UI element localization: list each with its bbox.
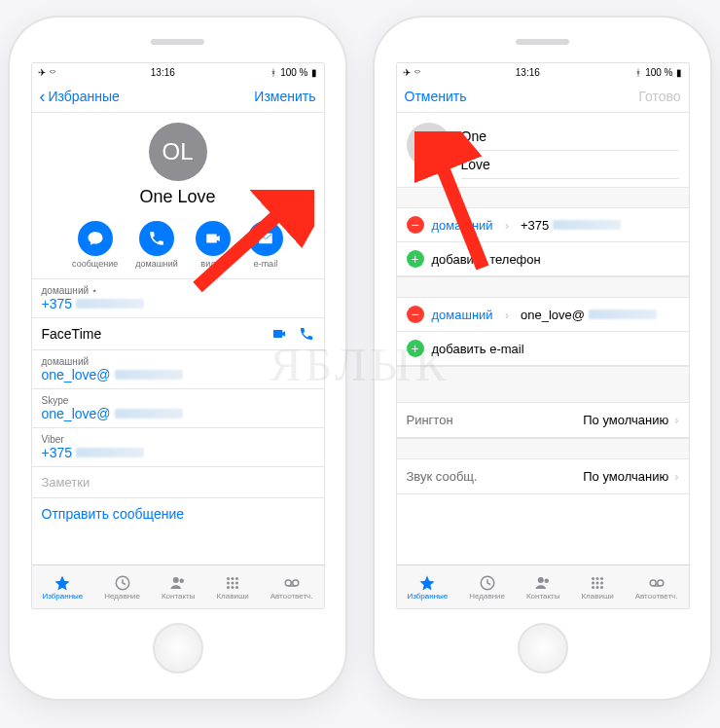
- cancel-button[interactable]: Отменить: [405, 89, 467, 104]
- tab-keypad[interactable]: Клавиши: [216, 574, 248, 601]
- status-time: 13:16: [151, 67, 175, 78]
- add-email-icon: +: [407, 340, 424, 357]
- phone-edit-row[interactable]: − домашний › +375: [397, 208, 689, 242]
- home-button[interactable]: [153, 623, 203, 673]
- speaker-slot: [516, 39, 569, 45]
- star-icon: [53, 574, 72, 592]
- redacted: [76, 448, 144, 457]
- svg-point-13: [292, 580, 298, 586]
- svg-point-19: [592, 577, 594, 580]
- svg-point-23: [596, 581, 599, 584]
- message-icon: [87, 230, 104, 247]
- svg-point-28: [650, 580, 656, 586]
- back-button[interactable]: ‹ Избранные: [40, 89, 120, 104]
- svg-point-20: [596, 577, 599, 580]
- facetime-audio-icon[interactable]: [299, 326, 314, 342]
- airplane-icon: ✈: [403, 67, 411, 78]
- tab-favorites[interactable]: Избранные: [42, 574, 83, 601]
- section-gap: [397, 366, 689, 403]
- add-email-row[interactable]: + добавить e-mail: [397, 332, 689, 366]
- email-edit-row[interactable]: − домашний › one_love@: [397, 298, 689, 332]
- email-block[interactable]: домашний one_love@: [32, 350, 324, 389]
- tab-voicemail[interactable]: Автоответч.: [270, 574, 313, 601]
- add-phone-row[interactable]: + добавить телефон: [397, 242, 689, 276]
- battery-text: 100 %: [280, 67, 307, 78]
- svg-point-8: [235, 581, 238, 584]
- svg-point-12: [285, 580, 291, 586]
- back-label: Избранные: [49, 89, 120, 104]
- keypad-icon: [223, 574, 242, 592]
- done-button[interactable]: Готово: [638, 89, 680, 104]
- video-icon: [204, 230, 222, 247]
- add-photo-button[interactable]: фото: [407, 123, 451, 167]
- tab-recents[interactable]: Недавние: [469, 574, 505, 601]
- clock-icon: [113, 574, 132, 592]
- svg-point-3: [227, 577, 230, 580]
- email-label-picker[interactable]: домашний: [432, 308, 493, 322]
- tab-voicemail[interactable]: Автоответч.: [635, 574, 678, 601]
- notes-field[interactable]: Заметки: [32, 467, 324, 498]
- video-button[interactable]: видео: [196, 221, 231, 269]
- section-gap: [397, 438, 689, 459]
- svg-point-1: [173, 577, 179, 583]
- screen-contact-card: ✈ ⌔ 13:16 ᚼ 100 % ▮ ‹ Избранные Изменить…: [31, 62, 325, 609]
- iphone-right: ✈ ⌔ 13:16 ᚼ 100 % ▮ Отменить Готово фото: [375, 18, 710, 699]
- svg-point-22: [592, 581, 594, 584]
- svg-point-27: [600, 586, 603, 589]
- tab-keypad[interactable]: Клавиши: [581, 574, 613, 601]
- status-time: 13:16: [516, 67, 540, 78]
- tab-contacts[interactable]: Контакты: [526, 574, 560, 601]
- send-message-button[interactable]: Отправить сообщение: [32, 498, 324, 529]
- delete-phone-icon[interactable]: −: [407, 216, 424, 234]
- redacted: [589, 309, 657, 319]
- phone-label-picker[interactable]: домашний: [432, 218, 493, 233]
- svg-point-25: [592, 586, 594, 589]
- mail-icon: [257, 230, 274, 247]
- add-phone-icon: +: [407, 250, 424, 268]
- texttone-row[interactable]: Звук сообщ. По умолчанию ›: [397, 459, 689, 494]
- viber-block[interactable]: Viber +375: [32, 428, 324, 467]
- company-field[interactable]: [461, 179, 679, 183]
- svg-point-21: [600, 577, 603, 580]
- section-gap: [397, 187, 689, 208]
- chevron-right-icon: ›: [674, 413, 678, 427]
- email-button[interactable]: e-mail: [248, 221, 283, 269]
- tab-favorites[interactable]: Избранные: [407, 574, 448, 601]
- svg-point-2: [180, 578, 185, 583]
- svg-point-10: [232, 586, 234, 589]
- phone-block[interactable]: домашний ⋆ +375: [32, 279, 324, 318]
- chevron-right-icon: ›: [501, 218, 513, 233]
- svg-point-18: [545, 578, 550, 583]
- facetime-video-icon[interactable]: [271, 326, 287, 342]
- facetime-row[interactable]: FaceTime: [32, 318, 324, 350]
- airplane-icon: ✈: [38, 67, 46, 78]
- navbar: ‹ Избранные Изменить: [32, 81, 324, 113]
- bluetooth-icon: ᚼ: [270, 67, 276, 78]
- star-icon: [417, 574, 437, 592]
- voicemail-icon: [647, 574, 666, 592]
- svg-point-7: [232, 581, 234, 584]
- avatar[interactable]: OL: [149, 123, 207, 181]
- speaker-slot: [151, 39, 204, 45]
- redacted: [115, 409, 183, 419]
- svg-point-4: [232, 577, 234, 580]
- contacts-icon: [168, 574, 188, 592]
- status-bar: ✈ ⌔ 13:16 ᚼ 100 % ▮: [397, 63, 689, 81]
- edit-button[interactable]: Изменить: [254, 89, 315, 104]
- tab-contacts[interactable]: Контакты: [162, 574, 196, 601]
- navbar-edit: Отменить Готово: [397, 81, 689, 113]
- call-button[interactable]: домашний: [135, 221, 178, 269]
- keypad-icon: [588, 574, 607, 592]
- battery-icon: ▮: [311, 67, 317, 78]
- home-button[interactable]: [518, 623, 568, 673]
- ringtone-row[interactable]: Рингтон По умолчанию ›: [397, 403, 689, 438]
- last-name-field[interactable]: Love: [461, 151, 679, 179]
- delete-email-icon[interactable]: −: [407, 306, 424, 323]
- action-row: сообщение домашний видео e-mail: [32, 213, 324, 279]
- skype-block[interactable]: Skype one_love@: [32, 389, 324, 428]
- svg-point-26: [596, 586, 599, 589]
- tabbar: Избранные Недавние Контакты Клавиши Авто…: [397, 564, 689, 608]
- message-button[interactable]: сообщение: [72, 221, 118, 269]
- first-name-field[interactable]: One: [461, 123, 679, 151]
- tab-recents[interactable]: Недавние: [104, 574, 140, 601]
